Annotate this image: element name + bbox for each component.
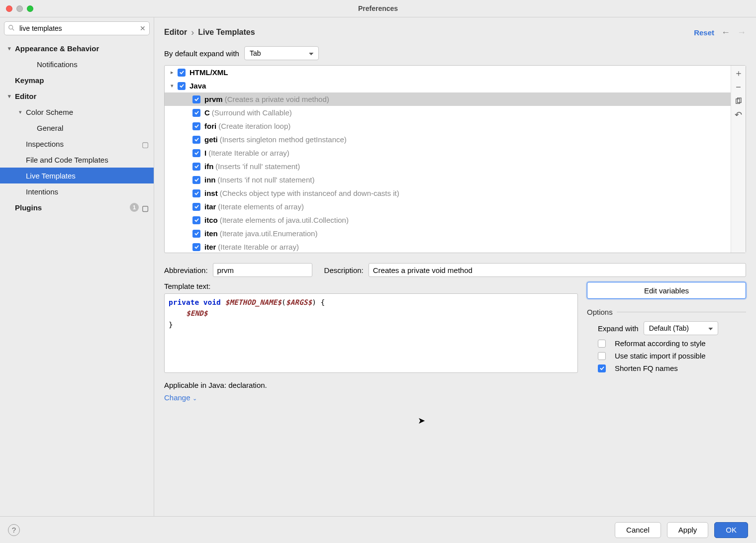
static-import-label: Use static import if possible [615,352,706,360]
template-text-editor[interactable]: private void $METHOD_NAME$($ARGS$) { $EN… [164,293,578,373]
expand-with-select[interactable]: Tab [244,46,319,60]
template-group-html-xml[interactable]: ▸HTML/XML [165,66,731,79]
applicable-label: Applicable in Java: declaration. [164,381,578,389]
template-checkbox[interactable] [192,163,200,171]
reset-button[interactable]: Reset [694,28,714,37]
reformat-checkbox[interactable] [598,340,606,348]
option-expand-with-select[interactable]: Default (Tab) [644,321,718,335]
desc-label: Description: [324,266,364,274]
template-checkbox[interactable] [192,122,200,130]
titlebar: Preferences [0,0,756,17]
template-item-itco[interactable]: itco (Iterate elements of java.util.Coll… [165,213,731,227]
template-tools: ＋ − ↶ [731,66,746,253]
templates-list[interactable]: ▸HTML/XML▾Javaprvm (Creates a private vo… [165,66,731,253]
group-checkbox[interactable] [178,69,186,77]
ok-button[interactable]: OK [714,522,748,538]
remove-template-icon[interactable]: − [734,83,743,91]
template-checkbox[interactable] [192,95,200,103]
svg-point-0 [9,25,13,29]
template-item-itar[interactable]: itar (Iterate elements of array) [165,200,731,213]
group-checkbox[interactable] [178,82,186,90]
template-checkbox[interactable] [192,203,200,211]
breadcrumb-page: Live Templates [198,28,255,37]
breadcrumb: Editor › Live Templates Reset ← → [164,22,746,42]
template-item-prvm[interactable]: prvm (Creates a private void method) [165,92,731,106]
add-template-icon[interactable]: ＋ [734,69,743,78]
change-context-link[interactable]: Change ⌄ [164,393,197,402]
options-label: Options [587,308,613,316]
option-expand-with-label: Expand with [598,324,639,333]
template-item-inst[interactable]: inst (Checks object type with instanceof… [165,186,731,200]
cancel-button[interactable]: Cancel [615,522,661,538]
reformat-label: Reformat according to style [615,339,706,348]
template-item-i[interactable]: I (Iterate Iterable or array) [165,146,731,160]
chevron-down-icon: ⌄ [192,395,197,401]
revert-template-icon[interactable]: ↶ [734,110,743,119]
sidebar-item-intentions[interactable]: Intentions [0,183,154,199]
sidebar-item-keymap[interactable]: Keymap [0,72,154,88]
template-checkbox[interactable] [192,176,200,184]
sidebar-item-color-scheme[interactable]: ▾Color Scheme [0,104,154,120]
shorten-fq-checkbox[interactable] [598,364,606,372]
abbrev-label: Abbreviation: [164,266,208,274]
sidebar-item-editor[interactable]: ▾Editor [0,88,154,104]
template-checkbox[interactable] [192,230,200,238]
sidebar-item-live-templates[interactable]: Live Templates [0,168,154,183]
abbrev-input[interactable] [213,263,312,277]
sidebar: ✕ ▾Appearance & BehaviorNotificationsKey… [0,17,154,516]
sidebar-item-appearance-behavior[interactable]: ▾Appearance & Behavior [0,40,154,56]
edit-variables-button[interactable]: Edit variables [587,282,746,299]
static-import-checkbox[interactable] [598,352,606,360]
sidebar-item-general[interactable]: General [0,120,154,136]
sidebar-item-inspections[interactable]: Inspections▢ [0,136,154,152]
search-input[interactable] [4,21,150,35]
template-group-java[interactable]: ▾Java [165,79,731,92]
window-title: Preferences [0,4,756,12]
template-checkbox[interactable] [192,243,200,251]
template-item-inn[interactable]: inn (Inserts 'if not null' statement) [165,173,731,186]
template-item-iten[interactable]: iten (Iterate java.util.Enumeration) [165,227,731,240]
template-item-geti[interactable]: geti (Inserts singleton method getInstan… [165,133,731,146]
desc-input[interactable] [369,263,746,277]
sidebar-item-file-and-code-templates[interactable]: File and Code Templates [0,152,154,168]
template-item-ifn[interactable]: ifn (Inserts 'if null' statement) [165,160,731,173]
template-checkbox[interactable] [192,216,200,224]
forward-icon: → [737,27,746,38]
search-icon [8,24,15,31]
breadcrumb-sep-icon: › [191,27,194,38]
template-checkbox[interactable] [192,109,200,117]
expand-with-label: By default expand with [164,49,239,58]
apply-button[interactable]: Apply [667,522,709,538]
help-button[interactable]: ? [8,524,20,536]
sidebar-item-notifications[interactable]: Notifications [0,56,154,72]
sidebar-item-plugins[interactable]: Plugins1▢ [0,199,154,215]
template-item-fori[interactable]: fori (Create iteration loop) [165,119,731,133]
template-checkbox[interactable] [192,189,200,197]
back-icon[interactable]: ← [721,27,730,38]
svg-line-1 [12,29,14,31]
template-checkbox[interactable] [192,149,200,157]
template-item-c[interactable]: C (Surround with Callable) [165,106,731,119]
breadcrumb-parent[interactable]: Editor [164,28,187,37]
template-item-iter[interactable]: iter (Iterate Iterable or array) [165,240,731,253]
copy-template-icon[interactable] [734,96,743,105]
clear-search-icon[interactable]: ✕ [139,24,147,32]
shorten-fq-label: Shorten FQ names [615,364,678,372]
template-checkbox[interactable] [192,136,200,144]
template-text-label: Template text: [164,282,578,290]
